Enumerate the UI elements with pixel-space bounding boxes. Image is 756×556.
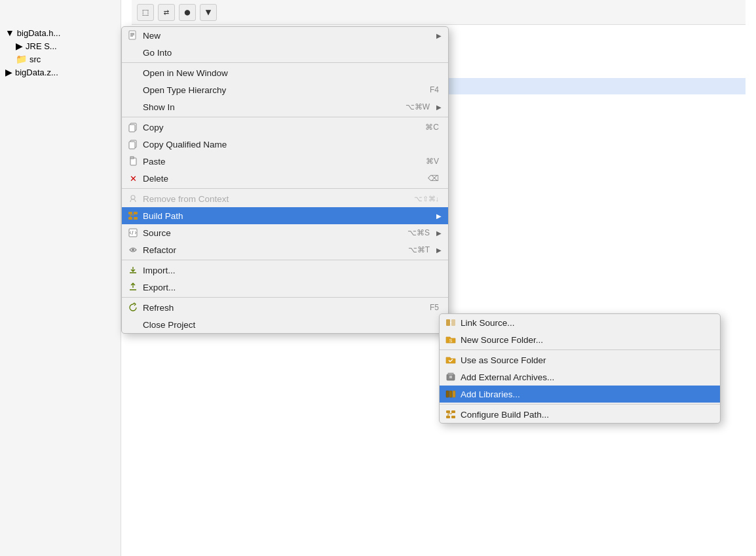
- add-libraries-icon: [445, 388, 457, 400]
- menu-item-new[interactable]: New ▶: [122, 27, 448, 44]
- folder-icon: 📁: [16, 54, 27, 64]
- menu-item-paste[interactable]: Paste ⌘V: [122, 153, 448, 170]
- submenu-item-link-source[interactable]: Link Source...: [440, 314, 720, 331]
- menu-item-hierarchy-label: Open Type Hierarchy: [143, 85, 426, 95]
- separator-2: [122, 117, 448, 117]
- arrow-icon: ▶: [5, 67, 12, 77]
- svg-rect-27: [446, 416, 450, 418]
- hierarchy-icon: [127, 84, 139, 96]
- configure-build-path-icon: [445, 408, 457, 420]
- submenu-link-source-label: Link Source...: [461, 318, 713, 328]
- refresh-shortcut: F5: [430, 303, 439, 312]
- sidebar-item-jre[interactable]: ▶ JRE S...: [0, 39, 121, 52]
- svg-rect-5: [129, 125, 135, 132]
- submenu-item-new-source-folder[interactable]: S New Source Folder...: [440, 331, 720, 348]
- submenu-new-source-folder-label: New Source Folder...: [461, 335, 713, 345]
- svg-rect-7: [129, 142, 135, 149]
- new-icon: [127, 30, 139, 41]
- toolbar: ⬚ ⇄ ● ▼: [132, 0, 746, 25]
- menu-item-close-project[interactable]: Close Project: [122, 316, 448, 333]
- menu-item-build-path[interactable]: Build Path ▶: [122, 207, 448, 224]
- delete-shortcut: ⌫: [428, 174, 439, 183]
- menu-item-new-label: New: [143, 31, 432, 41]
- arrow-icon: ▼: [5, 28, 14, 38]
- svg-rect-18: [451, 319, 455, 326]
- svg-rect-14: [134, 217, 138, 220]
- new-source-folder-icon: S: [445, 334, 457, 346]
- separator-5: [122, 297, 448, 298]
- menu-item-remove-context-label: Remove from Context: [143, 194, 410, 204]
- menu-item-copy[interactable]: Copy ⌘C: [122, 119, 448, 136]
- submenu-item-add-libraries[interactable]: Add Libraries...: [440, 386, 720, 403]
- menu-item-go-into[interactable]: Go Into: [122, 44, 448, 61]
- svg-rect-28: [451, 410, 455, 413]
- show-in-icon: [127, 101, 139, 113]
- sidebar-item-label: src: [29, 54, 41, 64]
- copy-shortcut: ⌘C: [425, 123, 439, 132]
- link-source-icon: [445, 317, 457, 328]
- submenu-item-use-source-folder[interactable]: Use as Source Folder: [440, 351, 720, 368]
- menu-item-copy-qualified-label: Copy Qualified Name: [143, 140, 442, 149]
- menu-item-build-path-label: Build Path: [143, 211, 432, 221]
- menu-item-open-new-window[interactable]: Open in New Window: [122, 64, 448, 81]
- separator-4: [122, 260, 448, 260]
- menu-item-source-label: Source: [143, 228, 404, 238]
- svg-rect-24: [446, 391, 449, 397]
- svg-rect-30: [451, 416, 455, 418]
- toolbar-btn-2[interactable]: ⇄: [158, 4, 175, 21]
- delete-icon: ✕: [127, 172, 139, 184]
- menu-item-refactor-label: Refactor: [143, 245, 404, 255]
- sidebar-item-src[interactable]: 📁 src: [0, 52, 121, 66]
- svg-rect-17: [446, 319, 450, 326]
- menu-item-export-label: Export...: [143, 283, 442, 292]
- toolbar-btn-1[interactable]: ⬚: [137, 4, 154, 21]
- show-in-shortcut: ⌥⌘W: [406, 102, 430, 111]
- import-icon: [127, 264, 139, 276]
- toolbar-btn-4[interactable]: ▼: [200, 4, 217, 21]
- menu-item-copy-label: Copy: [143, 123, 421, 132]
- separator-1: [122, 62, 448, 63]
- refactor-shortcut: ⌥⌘T: [408, 245, 430, 254]
- menu-item-go-into-label: Go Into: [143, 48, 442, 58]
- paste-shortcut: ⌘V: [426, 157, 439, 166]
- copy-icon: [127, 121, 139, 133]
- sidebar-item-label: bigData.h...: [17, 28, 61, 38]
- separator-3: [122, 188, 448, 189]
- svg-rect-25: [449, 391, 452, 397]
- menu-item-remove-context[interactable]: Remove from Context ⌥⇧⌘↓: [122, 190, 448, 207]
- menu-item-import[interactable]: Import...: [122, 262, 448, 279]
- menu-item-copy-qualified[interactable]: Copy Qualified Name: [122, 136, 448, 153]
- use-source-folder-icon: [445, 354, 457, 366]
- menu-item-refresh-label: Refresh: [143, 303, 426, 313]
- svg-rect-26: [453, 391, 455, 397]
- menu-item-delete[interactable]: ✕ Delete ⌫: [122, 170, 448, 187]
- menu-item-close-project-label: Close Project: [143, 320, 442, 330]
- submenu-item-configure-build-path[interactable]: Configure Build Path...: [440, 406, 720, 423]
- source-icon: [127, 227, 139, 239]
- menu-item-refresh[interactable]: Refresh F5: [122, 299, 448, 316]
- build-path-arrow: ▶: [436, 212, 442, 220]
- menu-item-refactor[interactable]: Refactor ⌥⌘T ▶: [122, 241, 448, 258]
- svg-rect-12: [134, 212, 138, 214]
- sidebar-item-bigdataz[interactable]: ▶ bigData.z...: [0, 66, 121, 79]
- menu-item-open-type-hierarchy[interactable]: Open Type Hierarchy F4: [122, 81, 448, 98]
- submenu-configure-build-path-label: Configure Build Path...: [461, 410, 713, 420]
- menu-item-show-in[interactable]: Show In ⌥⌘W ▶: [122, 98, 448, 115]
- svg-rect-9: [130, 157, 134, 159]
- source-arrow: ▶: [436, 229, 442, 237]
- menu-item-source[interactable]: Source ⌥⌘S ▶: [122, 224, 448, 241]
- remove-context-shortcut: ⌥⇧⌘↓: [414, 195, 440, 203]
- menu-item-show-in-label: Show In: [143, 102, 402, 112]
- show-in-arrow: ▶: [436, 104, 442, 111]
- submenu-item-add-external-archives[interactable]: Add External Archives...: [440, 368, 720, 386]
- remove-context-icon: [127, 193, 139, 205]
- toolbar-btn-3[interactable]: ●: [179, 4, 196, 21]
- sidebar-item-bigdata[interactable]: ▼ bigData.h...: [0, 26, 121, 39]
- svg-rect-15: [129, 229, 137, 237]
- build-path-submenu: Link Source... S New Source Folder... Us…: [439, 313, 721, 424]
- refactor-icon: [127, 244, 139, 256]
- sidebar-item-label: bigData.z...: [15, 68, 58, 77]
- svg-point-16: [132, 248, 134, 251]
- menu-item-export[interactable]: Export...: [122, 279, 448, 296]
- svg-rect-8: [130, 158, 136, 165]
